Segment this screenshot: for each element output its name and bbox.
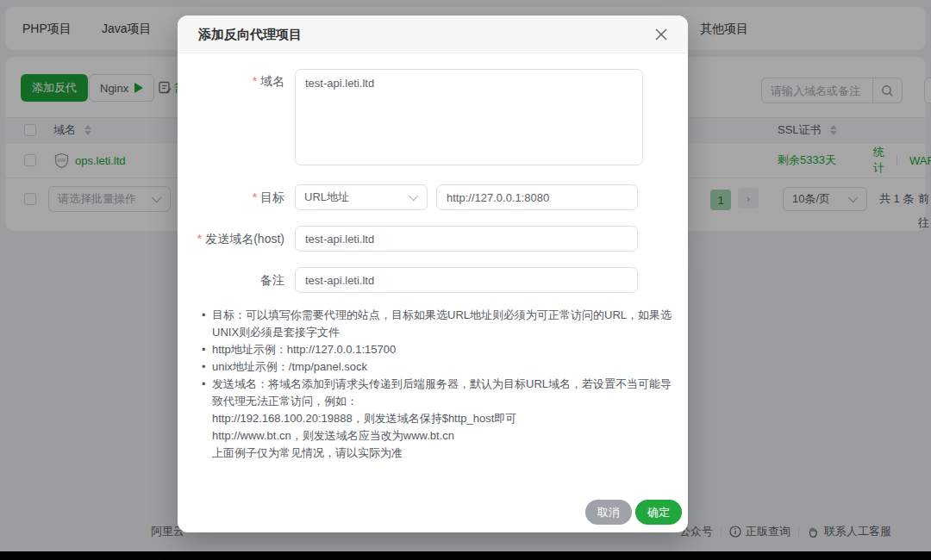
cancel-button[interactable]: 取消 bbox=[585, 500, 632, 525]
target-type-select[interactable]: URL地址 bbox=[295, 184, 428, 210]
target-field-label: 目标 bbox=[181, 190, 284, 206]
dialog-header: 添加反向代理项目 bbox=[178, 16, 688, 53]
add-reverse-proxy-dialog: 添加反向代理项目 域名 test-api.leti.ltd 目标 URL地址 发… bbox=[178, 16, 688, 532]
confirm-button[interactable]: 确定 bbox=[635, 500, 682, 525]
dialog-title: 添加反向代理项目 bbox=[198, 16, 302, 53]
host-field-label: 发送域名(host) bbox=[181, 232, 284, 247]
help-item: 目标：可以填写你需要代理的站点，目标如果选URL地址则必须为可正常访问的URL，… bbox=[200, 307, 676, 341]
domain-textarea[interactable]: test-api.leti.ltd bbox=[295, 69, 643, 165]
help-item: http地址示例：http://127.0.0.1:15700 bbox=[200, 341, 676, 358]
send-host-input[interactable] bbox=[295, 226, 638, 252]
domain-field-label: 域名 bbox=[181, 74, 284, 90]
target-url-input[interactable] bbox=[436, 184, 638, 210]
help-item-line: http://www.bt.cn，则发送域名应当改为www.bt.cn bbox=[200, 427, 676, 445]
remark-field-label: 备注 bbox=[181, 273, 284, 289]
close-icon[interactable] bbox=[653, 27, 669, 42]
screen: PHP项目 Java项目 其他项目 添加反代 Nginx 需 域名 bbox=[0, 0, 931, 560]
target-type-value: URL地址 bbox=[304, 190, 349, 205]
help-item: 发送域名：将域名添加到请求头传递到后端服务器，默认为目标URL域名，若设置不当可… bbox=[200, 376, 676, 410]
help-item: unix地址示例：/tmp/panel.sock bbox=[200, 358, 676, 376]
help-item-line: 上面例子仅为常见情况，请以实际为准 bbox=[200, 445, 676, 462]
help-text-list: 目标：可以填写你需要代理的站点，目标如果选URL地址则必须为可正常访问的URL，… bbox=[200, 307, 676, 462]
remark-input[interactable] bbox=[295, 267, 638, 293]
help-item-line: http://192.168.100.20:19888，则发送域名保持$http… bbox=[200, 410, 676, 427]
chevron-down-icon bbox=[409, 191, 418, 201]
